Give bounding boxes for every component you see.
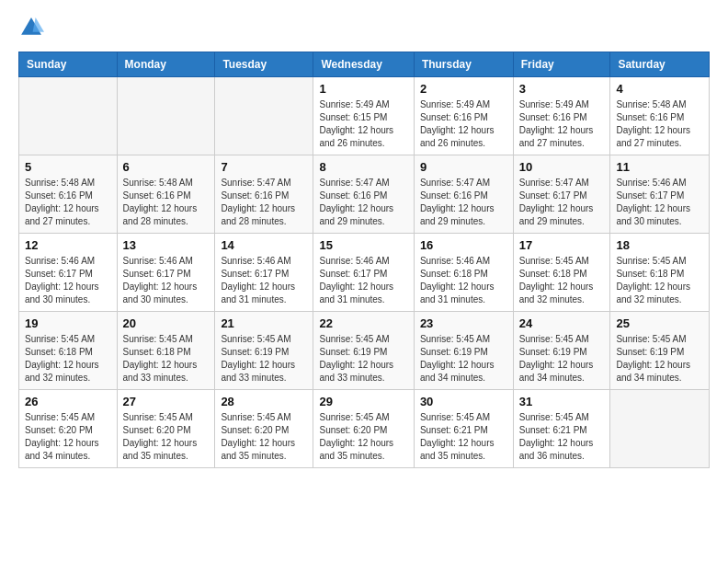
calendar-cell: 2Sunrise: 5:49 AM Sunset: 6:16 PM Daylig… — [414, 77, 513, 155]
day-number: 13 — [123, 238, 210, 252]
column-header-monday: Monday — [117, 52, 215, 77]
day-number: 9 — [420, 160, 507, 174]
column-header-thursday: Thursday — [414, 52, 513, 77]
day-info: Sunrise: 5:46 AM Sunset: 6:17 PM Dayligh… — [616, 177, 703, 228]
day-info: Sunrise: 5:47 AM Sunset: 6:17 PM Dayligh… — [519, 177, 605, 228]
header — [18, 15, 710, 40]
day-info: Sunrise: 5:45 AM Sunset: 6:18 PM Dayligh… — [519, 255, 605, 306]
day-info: Sunrise: 5:45 AM Sunset: 6:18 PM Dayligh… — [616, 255, 703, 306]
calendar-cell: 28Sunrise: 5:45 AM Sunset: 6:20 PM Dayli… — [215, 390, 313, 468]
day-info: Sunrise: 5:45 AM Sunset: 6:20 PM Dayligh… — [221, 411, 307, 463]
calendar-cell: 14Sunrise: 5:46 AM Sunset: 6:17 PM Dayli… — [215, 234, 313, 312]
day-info: Sunrise: 5:45 AM Sunset: 6:20 PM Dayligh… — [123, 411, 210, 463]
day-number: 2 — [420, 82, 507, 96]
day-info: Sunrise: 5:45 AM Sunset: 6:20 PM Dayligh… — [25, 411, 111, 463]
day-info: Sunrise: 5:48 AM Sunset: 6:16 PM Dayligh… — [616, 98, 703, 150]
day-info: Sunrise: 5:46 AM Sunset: 6:17 PM Dayligh… — [319, 255, 407, 306]
calendar-cell — [610, 390, 710, 468]
day-info: Sunrise: 5:49 AM Sunset: 6:16 PM Dayligh… — [519, 98, 605, 150]
calendar-cell: 26Sunrise: 5:45 AM Sunset: 6:20 PM Dayli… — [19, 390, 118, 468]
calendar-cell: 6Sunrise: 5:48 AM Sunset: 6:16 PM Daylig… — [117, 155, 215, 234]
day-number: 17 — [519, 238, 605, 252]
day-info: Sunrise: 5:47 AM Sunset: 6:16 PM Dayligh… — [221, 177, 307, 228]
day-number: 19 — [25, 316, 111, 330]
day-number: 5 — [25, 160, 111, 174]
calendar-cell: 3Sunrise: 5:49 AM Sunset: 6:16 PM Daylig… — [513, 77, 610, 155]
calendar-cell: 8Sunrise: 5:47 AM Sunset: 6:16 PM Daylig… — [313, 155, 414, 234]
calendar-cell — [215, 77, 313, 155]
day-number: 25 — [616, 316, 703, 330]
calendar-cell: 23Sunrise: 5:45 AM Sunset: 6:19 PM Dayli… — [414, 312, 513, 390]
calendar-cell: 18Sunrise: 5:45 AM Sunset: 6:18 PM Dayli… — [610, 234, 710, 312]
calendar-cell: 12Sunrise: 5:46 AM Sunset: 6:17 PM Dayli… — [19, 234, 118, 312]
day-info: Sunrise: 5:46 AM Sunset: 6:17 PM Dayligh… — [221, 255, 307, 306]
day-number: 26 — [25, 395, 111, 408]
logo-icon — [18, 15, 44, 40]
day-number: 20 — [123, 316, 210, 330]
week-row-2: 5Sunrise: 5:48 AM Sunset: 6:16 PM Daylig… — [19, 155, 710, 234]
day-info: Sunrise: 5:47 AM Sunset: 6:16 PM Dayligh… — [319, 177, 407, 228]
day-number: 8 — [319, 160, 407, 174]
day-info: Sunrise: 5:47 AM Sunset: 6:16 PM Dayligh… — [420, 177, 507, 228]
day-info: Sunrise: 5:45 AM Sunset: 6:19 PM Dayligh… — [420, 333, 507, 385]
day-number: 10 — [519, 160, 605, 174]
calendar-cell: 21Sunrise: 5:45 AM Sunset: 6:19 PM Dayli… — [215, 312, 313, 390]
calendar-cell: 1Sunrise: 5:49 AM Sunset: 6:15 PM Daylig… — [313, 77, 414, 155]
day-info: Sunrise: 5:45 AM Sunset: 6:21 PM Dayligh… — [519, 411, 605, 463]
day-info: Sunrise: 5:45 AM Sunset: 6:19 PM Dayligh… — [519, 333, 605, 385]
day-number: 23 — [420, 316, 507, 330]
calendar-header-row: SundayMondayTuesdayWednesdayThursdayFrid… — [19, 52, 710, 77]
calendar-cell: 15Sunrise: 5:46 AM Sunset: 6:17 PM Dayli… — [313, 234, 414, 312]
day-info: Sunrise: 5:48 AM Sunset: 6:16 PM Dayligh… — [123, 177, 210, 228]
week-row-3: 12Sunrise: 5:46 AM Sunset: 6:17 PM Dayli… — [19, 234, 710, 312]
day-info: Sunrise: 5:45 AM Sunset: 6:20 PM Dayligh… — [319, 411, 407, 463]
day-info: Sunrise: 5:46 AM Sunset: 6:17 PM Dayligh… — [25, 255, 111, 306]
calendar-cell — [117, 77, 215, 155]
day-number: 21 — [221, 316, 307, 330]
column-header-tuesday: Tuesday — [215, 52, 313, 77]
calendar-cell: 24Sunrise: 5:45 AM Sunset: 6:19 PM Dayli… — [513, 312, 610, 390]
day-info: Sunrise: 5:49 AM Sunset: 6:16 PM Dayligh… — [420, 98, 507, 150]
day-info: Sunrise: 5:45 AM Sunset: 6:21 PM Dayligh… — [420, 411, 507, 463]
day-number: 15 — [319, 238, 407, 252]
day-info: Sunrise: 5:45 AM Sunset: 6:18 PM Dayligh… — [25, 333, 111, 385]
calendar-cell: 17Sunrise: 5:45 AM Sunset: 6:18 PM Dayli… — [513, 234, 610, 312]
calendar-cell: 20Sunrise: 5:45 AM Sunset: 6:18 PM Dayli… — [117, 312, 215, 390]
calendar-cell: 10Sunrise: 5:47 AM Sunset: 6:17 PM Dayli… — [513, 155, 610, 234]
column-header-sunday: Sunday — [19, 52, 118, 77]
day-info: Sunrise: 5:45 AM Sunset: 6:19 PM Dayligh… — [616, 333, 703, 385]
calendar-cell: 27Sunrise: 5:45 AM Sunset: 6:20 PM Dayli… — [117, 390, 215, 468]
day-number: 29 — [319, 395, 407, 408]
day-info: Sunrise: 5:46 AM Sunset: 6:18 PM Dayligh… — [420, 255, 507, 306]
day-number: 24 — [519, 316, 605, 330]
day-info: Sunrise: 5:45 AM Sunset: 6:18 PM Dayligh… — [123, 333, 210, 385]
day-number: 11 — [616, 160, 703, 174]
day-number: 31 — [519, 395, 605, 408]
week-row-1: 1Sunrise: 5:49 AM Sunset: 6:15 PM Daylig… — [19, 77, 710, 155]
calendar-cell: 19Sunrise: 5:45 AM Sunset: 6:18 PM Dayli… — [19, 312, 118, 390]
day-number: 7 — [221, 160, 307, 174]
calendar-cell: 31Sunrise: 5:45 AM Sunset: 6:21 PM Dayli… — [513, 390, 610, 468]
calendar-cell: 4Sunrise: 5:48 AM Sunset: 6:16 PM Daylig… — [610, 77, 710, 155]
day-number: 4 — [616, 82, 703, 96]
column-header-wednesday: Wednesday — [313, 52, 414, 77]
day-number: 27 — [123, 395, 210, 408]
week-row-5: 26Sunrise: 5:45 AM Sunset: 6:20 PM Dayli… — [19, 390, 710, 468]
calendar-cell: 7Sunrise: 5:47 AM Sunset: 6:16 PM Daylig… — [215, 155, 313, 234]
day-number: 22 — [319, 316, 407, 330]
day-number: 6 — [123, 160, 210, 174]
calendar-cell — [19, 77, 118, 155]
day-number: 18 — [616, 238, 703, 252]
calendar-table: SundayMondayTuesdayWednesdayThursdayFrid… — [18, 52, 710, 468]
calendar-cell: 9Sunrise: 5:47 AM Sunset: 6:16 PM Daylig… — [414, 155, 513, 234]
day-info: Sunrise: 5:49 AM Sunset: 6:15 PM Dayligh… — [319, 98, 407, 150]
day-info: Sunrise: 5:48 AM Sunset: 6:16 PM Dayligh… — [25, 177, 111, 228]
day-number: 30 — [420, 395, 507, 408]
calendar-cell: 13Sunrise: 5:46 AM Sunset: 6:17 PM Dayli… — [117, 234, 215, 312]
day-info: Sunrise: 5:46 AM Sunset: 6:17 PM Dayligh… — [123, 255, 210, 306]
calendar-cell: 22Sunrise: 5:45 AM Sunset: 6:19 PM Dayli… — [313, 312, 414, 390]
day-info: Sunrise: 5:45 AM Sunset: 6:19 PM Dayligh… — [221, 333, 307, 385]
logo — [18, 15, 48, 40]
day-number: 3 — [519, 82, 605, 96]
column-header-saturday: Saturday — [610, 52, 710, 77]
